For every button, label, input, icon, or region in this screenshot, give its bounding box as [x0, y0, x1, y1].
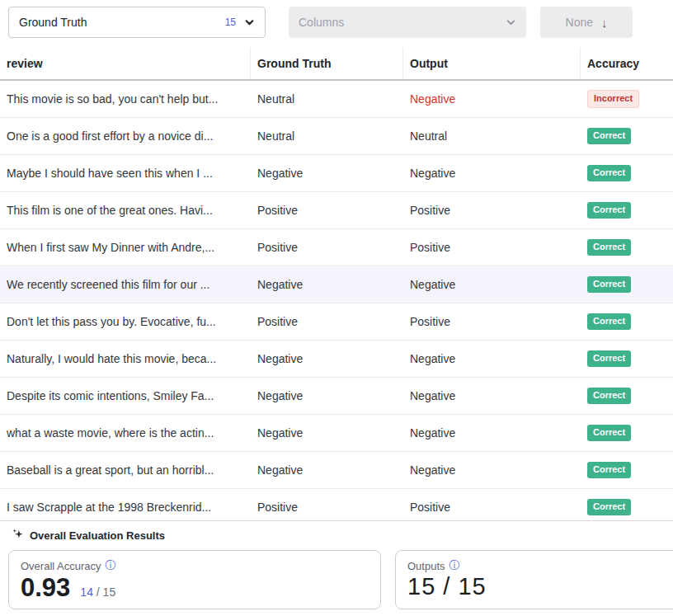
accuracy-badge: Correct [587, 128, 631, 143]
accuracy-badge: Correct [587, 276, 631, 292]
ground-truth-cell: Positive [251, 204, 403, 217]
overall-accuracy-label: Overall Accuracy [21, 560, 101, 572]
output-cell: Positive [403, 204, 581, 217]
results-table: review Ground Truth Output Accuracy This… [0, 48, 673, 520]
ground-truth-cell: Neutral [251, 92, 403, 106]
output-cell: Neutral [403, 129, 581, 143]
accuracy-badge: Correct [587, 202, 631, 218]
ground-truth-cell: Negative [251, 167, 403, 180]
table-row[interactable]: Naturally, I would hate this movie, beca… [0, 341, 673, 378]
accuracy-cell: Correct [581, 165, 673, 181]
accuracy-cell: Correct [581, 388, 673, 403]
review-cell: Don't let this pass you by. Evocative, f… [0, 315, 251, 328]
ground-truth-cell: Negative [251, 426, 403, 440]
table-body: This movie is so bad, you can't help but… [0, 81, 673, 520]
arrow-down-icon: ↓ [601, 16, 608, 30]
toolbar: Ground Truth 15 Columns None ↓ [0, 0, 673, 45]
accuracy-cell: Correct [581, 276, 673, 292]
overall-results-header: Overall Evaluation Results [0, 521, 673, 548]
accuracy-cell: Correct [581, 313, 673, 329]
accuracy-cell: Correct [581, 239, 673, 255]
table-row[interactable]: I saw Scrapple at the 1998 Breckenrid...… [0, 489, 673, 520]
output-cell: Negative [403, 463, 581, 477]
column-header-review[interactable]: review [0, 48, 251, 79]
accuracy-cell: Correct [581, 499, 673, 515]
accuracy-badge: Correct [587, 388, 631, 403]
ground-truth-cell: Negative [251, 463, 403, 477]
ground-truth-cell: Negative [251, 278, 403, 291]
output-cell: Negative [403, 352, 581, 365]
review-cell: Baseball is a great sport, but an horrib… [0, 463, 251, 477]
accuracy-badge: Correct [587, 313, 631, 329]
overall-accuracy-value: 0.93 [21, 573, 70, 603]
accuracy-cell: Correct [581, 425, 673, 440]
table-row[interactable]: This movie is so bad, you can't help but… [0, 81, 673, 118]
table-header: review Ground Truth Output Accuracy [0, 48, 673, 81]
column-header-ground-truth[interactable]: Ground Truth [251, 48, 403, 79]
ground-truth-select[interactable]: Ground Truth 15 [8, 7, 266, 38]
output-cell: Negative [403, 167, 581, 180]
evaluation-results-app: Ground Truth 15 Columns None ↓ review Gr… [0, 0, 673, 616]
outputs-card: Outputs ⓘ 15 / 15 [395, 550, 673, 609]
accuracy-badge: Correct [587, 425, 631, 440]
ground-truth-cell: Positive [251, 241, 403, 254]
sort-button[interactable]: None ↓ [540, 7, 633, 38]
review-cell: Naturally, I would hate this movie, beca… [0, 352, 251, 365]
accuracy-badge: Correct [587, 499, 631, 515]
accuracy-cell: Correct [581, 128, 673, 143]
info-icon[interactable]: ⓘ [449, 558, 460, 573]
table-row[interactable]: We recently screened this film for our .… [0, 266, 673, 303]
chevron-down-icon [244, 17, 255, 28]
columns-select-label: Columns [299, 16, 344, 29]
ground-truth-cell: Neutral [251, 129, 403, 143]
ground-truth-cell: Positive [251, 501, 403, 514]
ground-truth-select-label: Ground Truth [19, 16, 87, 29]
review-cell: Despite its comic intentions, Smiley Fa.… [0, 389, 251, 402]
accuracy-badge: Correct [587, 165, 631, 181]
ground-truth-count-badge: 15 [225, 16, 236, 28]
output-cell: Negative [403, 389, 581, 402]
output-cell: Positive [403, 315, 581, 328]
review-cell: Maybe I should have seen this when I ... [0, 167, 251, 180]
accuracy-badge: Correct [587, 350, 631, 366]
table-row[interactable]: One is a good first effort by a novice d… [0, 118, 673, 155]
accuracy-cell: Incorrect [581, 90, 673, 107]
table-row[interactable]: Maybe I should have seen this when I ...… [0, 155, 673, 192]
review-cell: When I first saw My Dinner with Andre,..… [0, 241, 251, 254]
output-cell: Negative [403, 426, 581, 440]
table-row[interactable]: what a waste movie, where is the actin..… [0, 415, 673, 452]
overall-accuracy-fraction: 14 / 15 [80, 585, 115, 599]
output-cell: Positive [403, 501, 581, 514]
output-cell: Positive [403, 241, 581, 254]
ground-truth-cell: Positive [251, 315, 403, 328]
table-row[interactable]: This film is one of the great ones. Havi… [0, 192, 673, 229]
table-row[interactable]: Despite its comic intentions, Smiley Fa.… [0, 378, 673, 415]
accuracy-badge: Correct [587, 239, 631, 255]
overall-accuracy-card: Overall Accuracy ⓘ 0.93 14 / 15 [8, 550, 381, 609]
columns-select[interactable]: Columns [289, 7, 526, 38]
outputs-value: 15 / 15 [407, 573, 487, 600]
table-row[interactable]: Don't let this pass you by. Evocative, f… [0, 303, 673, 341]
sort-button-label: None [566, 16, 593, 29]
outputs-label: Outputs [407, 560, 445, 572]
accuracy-badge: Incorrect [587, 90, 639, 107]
ground-truth-cell: Negative [251, 389, 403, 402]
table-row[interactable]: When I first saw My Dinner with Andre,..… [0, 229, 673, 266]
info-icon[interactable]: ⓘ [106, 558, 116, 573]
review-cell: One is a good first effort by a novice d… [0, 129, 251, 143]
column-header-accuracy[interactable]: Accuracy [581, 48, 673, 79]
review-cell: I saw Scrapple at the 1998 Breckenrid... [0, 501, 251, 514]
sparkles-icon [12, 528, 24, 543]
review-cell: This movie is so bad, you can't help but… [0, 92, 251, 106]
accuracy-cell: Correct [581, 462, 673, 477]
column-header-output[interactable]: Output [403, 48, 581, 79]
chevron-down-icon [506, 17, 516, 28]
review-cell: what a waste movie, where is the actin..… [0, 426, 251, 440]
accuracy-cell: Correct [581, 202, 673, 218]
accuracy-badge: Correct [587, 462, 631, 477]
overall-results-title: Overall Evaluation Results [30, 529, 165, 542]
ground-truth-cell: Negative [251, 352, 403, 365]
table-row[interactable]: Baseball is a great sport, but an horrib… [0, 452, 673, 489]
review-cell: We recently screened this film for our .… [0, 278, 251, 291]
output-cell: Negative [403, 278, 581, 291]
